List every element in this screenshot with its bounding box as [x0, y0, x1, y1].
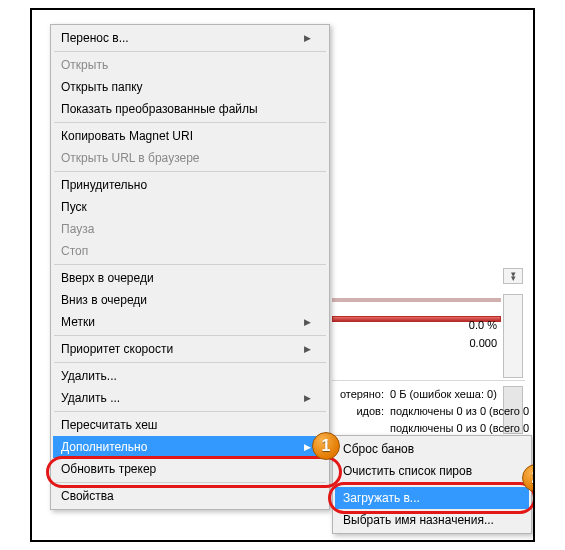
- menu-start[interactable]: Пуск: [53, 196, 327, 218]
- chevron-down-icon: ▾▾: [511, 272, 516, 280]
- menu-recalc-hash[interactable]: Пересчитать хеш: [53, 414, 327, 436]
- scrollbar-track[interactable]: [503, 294, 523, 378]
- menu-queue-up[interactable]: Вверх в очереди: [53, 267, 327, 289]
- submenu-clear-peers[interactable]: Очистить список пиров: [335, 460, 529, 482]
- submenu-arrow-icon: ▶: [304, 442, 311, 452]
- info-lost-label: отеряно:: [334, 386, 390, 403]
- submenu-download-to-label: Загружать в...: [343, 491, 420, 505]
- info-lost-value: 0 Б (ошибок хеша: 0): [390, 386, 497, 403]
- menu-speed-priority[interactable]: Приоритет скорости ▶: [53, 338, 327, 360]
- menu-open-folder[interactable]: Открыть папку: [53, 76, 327, 98]
- menu-queue-down[interactable]: Вниз в очереди: [53, 289, 327, 311]
- menu-delete[interactable]: Удалить...: [53, 365, 327, 387]
- menu-pause: Пауза: [53, 218, 327, 240]
- menu-force-label: Принудительно: [61, 178, 147, 192]
- menu-labels-label: Метки: [61, 315, 95, 329]
- submenu-advanced: Сброс банов Очистить список пиров Загруж…: [332, 435, 532, 534]
- menu-delete-label: Удалить...: [61, 369, 117, 383]
- menu-transfer-label: Перенос в...: [61, 31, 129, 45]
- menu-delete-adv-label: Удалить ...: [61, 391, 120, 405]
- menu-refresh-tracker[interactable]: Обновить трекер: [53, 458, 327, 480]
- menu-transfer[interactable]: Перенос в... ▶: [53, 27, 327, 49]
- menu-open-label: Открыть: [61, 58, 108, 72]
- submenu-reset-bans[interactable]: Сброс банов: [335, 438, 529, 460]
- menu-open-url: Открыть URL в браузере: [53, 147, 327, 169]
- submenu-arrow-icon: ▶: [304, 33, 311, 43]
- info-peers-value: подключены 0 из 0 (всего 0: [390, 403, 529, 420]
- stat-percent: 0.0 %: [437, 316, 497, 334]
- menu-recalc-hash-label: Пересчитать хеш: [61, 418, 158, 432]
- menu-delete-adv[interactable]: Удалить ... ▶: [53, 387, 327, 409]
- annotation-number-1: 1: [312, 432, 340, 460]
- progress-row-1: [332, 298, 501, 302]
- menu-speed-priority-label: Приоритет скорости: [61, 342, 173, 356]
- menu-advanced[interactable]: Дополнительно ▶: [53, 436, 327, 458]
- menu-open-url-label: Открыть URL в браузере: [61, 151, 200, 165]
- menu-force[interactable]: Принудительно: [53, 174, 327, 196]
- menu-stop: Стоп: [53, 240, 327, 262]
- submenu-download-to[interactable]: Загружать в...: [335, 487, 529, 509]
- submenu-choose-dest[interactable]: Выбрать имя назначения...: [335, 509, 529, 531]
- submenu-arrow-icon: ▶: [304, 317, 311, 327]
- menu-refresh-tracker-label: Обновить трекер: [61, 462, 156, 476]
- dropdown-toggle[interactable]: ▾▾: [503, 268, 523, 284]
- menu-advanced-label: Дополнительно: [61, 440, 147, 454]
- menu-pause-label: Пауза: [61, 222, 94, 236]
- submenu-reset-bans-label: Сброс банов: [343, 442, 414, 456]
- menu-show-converted[interactable]: Показать преобразованные файлы: [53, 98, 327, 120]
- menu-open: Открыть: [53, 54, 327, 76]
- menu-properties-label: Свойства: [61, 489, 114, 503]
- menu-queue-down-label: Вниз в очереди: [61, 293, 147, 307]
- menu-copy-magnet-label: Копировать Magnet URI: [61, 129, 193, 143]
- info-panel: отеряно: 0 Б (ошибок хеша: 0) идов: подк…: [334, 386, 529, 437]
- menu-properties[interactable]: Свойства: [53, 485, 327, 507]
- menu-queue-up-label: Вверх в очереди: [61, 271, 154, 285]
- stat-value: 0.000: [437, 334, 497, 352]
- menu-stop-label: Стоп: [61, 244, 88, 258]
- menu-labels[interactable]: Метки ▶: [53, 311, 327, 333]
- context-menu: Перенос в... ▶ Открыть Открыть папку Пок…: [50, 24, 330, 510]
- menu-start-label: Пуск: [61, 200, 87, 214]
- menu-copy-magnet[interactable]: Копировать Magnet URI: [53, 125, 327, 147]
- submenu-choose-dest-label: Выбрать имя назначения...: [343, 513, 494, 527]
- submenu-arrow-icon: ▶: [304, 344, 311, 354]
- submenu-clear-peers-label: Очистить список пиров: [343, 464, 472, 478]
- menu-open-folder-label: Открыть папку: [61, 80, 143, 94]
- info-peers-label: идов:: [334, 403, 390, 420]
- submenu-arrow-icon: ▶: [304, 393, 311, 403]
- menu-show-converted-label: Показать преобразованные файлы: [61, 102, 258, 116]
